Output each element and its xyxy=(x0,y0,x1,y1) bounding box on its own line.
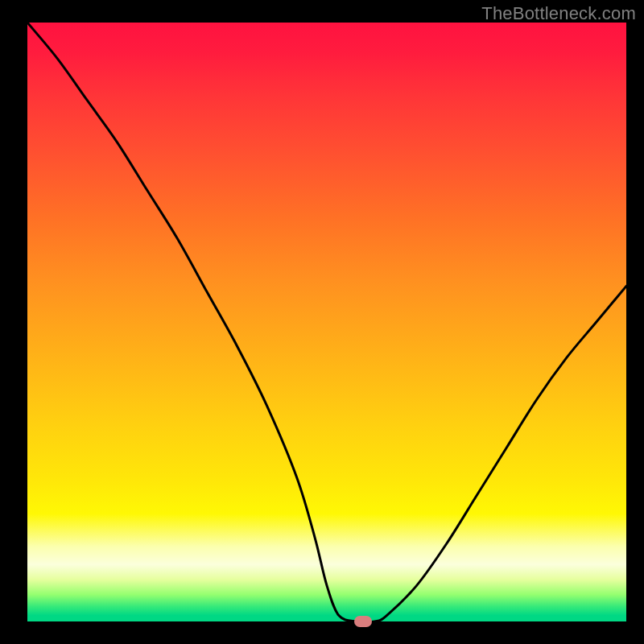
optimal-point-marker xyxy=(354,616,372,627)
chart-frame: TheBottleneck.com xyxy=(0,0,644,644)
watermark-label: TheBottleneck.com xyxy=(481,3,636,24)
plot-area xyxy=(27,23,626,621)
bottleneck-curve xyxy=(27,23,626,621)
